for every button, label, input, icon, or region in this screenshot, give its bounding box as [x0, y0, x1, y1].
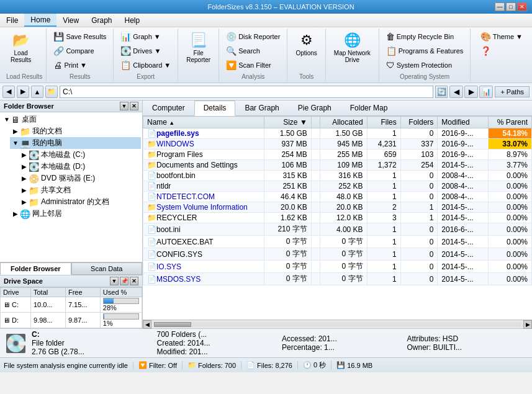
- close-button[interactable]: ✕: [517, 2, 527, 11]
- horizontal-scrollbar[interactable]: ◀ ▶: [143, 320, 532, 328]
- table-row[interactable]: 📄bootfont.bin 315 KB 316 KB 1 0 2008-4-.…: [143, 171, 532, 181]
- forward-button[interactable]: ▶: [17, 86, 29, 98]
- table-row[interactable]: 📄IO.SYS 0 字节 0 字节 1 0 2014-5-... 0.00%: [143, 261, 532, 273]
- table-row[interactable]: 📄NTDETECT.COM 46.4 KB 48.0 KB 1 0 2008-4…: [143, 192, 532, 202]
- table-row[interactable]: 📁Program Files 254 MB 255 MB 659 103 201…: [143, 150, 532, 160]
- nav-icon-2[interactable]: ▶: [464, 86, 478, 98]
- drive-space-close-btn[interactable]: ✕: [130, 277, 138, 285]
- drive-space-float-btn[interactable]: ▼: [110, 277, 119, 285]
- cell-folders: 0: [400, 128, 438, 139]
- tree-item-shared-docs[interactable]: ▶ 📁 共享文档: [19, 184, 141, 196]
- drive-col-used: Used %: [100, 288, 142, 297]
- theme-button[interactable]: 🎨 Theme ▼: [477, 30, 526, 43]
- empty-recycle-bin-button[interactable]: 🗑 Empty Recycle Bin: [383, 30, 467, 43]
- tree-item-drive-e[interactable]: ▶ 📀 DVD 驱动器 (E:): [19, 172, 141, 184]
- minimize-button[interactable]: —: [495, 2, 505, 11]
- cell-folders: 1: [400, 202, 438, 213]
- compare-button[interactable]: 🔗 Compare: [50, 44, 109, 58]
- up-button[interactable]: ▲: [31, 86, 43, 98]
- table-row[interactable]: 📄AUTOEXEC.BAT 0 字节 0 字节 1 0 2014-5-... 0…: [143, 236, 532, 248]
- tree-item-mycomputer[interactable]: ▼ 💻 我的电脑: [10, 137, 141, 149]
- tree-item-admin-docs[interactable]: ▶ 📁 Administrator 的文档: [19, 196, 141, 208]
- tab-computer[interactable]: Computer: [143, 101, 194, 115]
- scroll-thumb[interactable]: [154, 322, 191, 327]
- print-button[interactable]: 🖨 Print ▼: [50, 58, 109, 72]
- scroll-left-button[interactable]: ◀: [143, 320, 151, 329]
- system-protection-button[interactable]: 🛡 System Protection: [383, 58, 467, 72]
- table-row[interactable]: 📁System Volume Information 20.0 KB 20.0 …: [143, 202, 532, 213]
- col-files[interactable]: Files: [367, 117, 400, 128]
- nav-icon-1[interactable]: ◀: [449, 86, 463, 98]
- table-row[interactable]: 📄CONFIG.SYS 0 字节 0 字节 1 0 2014-5-... 0.0…: [143, 248, 532, 261]
- file-reporter-button[interactable]: 📃 FileReporter: [182, 30, 215, 66]
- tab-folder-map[interactable]: Folder Map: [341, 101, 397, 115]
- options-icon: ⚙: [300, 32, 313, 48]
- cell-name: 📄CONFIG.SYS: [143, 248, 264, 261]
- cell-name: 📄IO.SYS: [143, 261, 264, 273]
- folder-icon-btn[interactable]: 📁: [45, 86, 58, 98]
- table-row[interactable]: 📄boot.ini 210 字节 4.00 KB 1 0 2016-6-... …: [143, 223, 532, 236]
- save-results-button[interactable]: 💾 Save Results: [50, 30, 109, 43]
- col-size-sort[interactable]: [311, 117, 320, 128]
- menu-file[interactable]: File: [0, 14, 24, 27]
- address-input[interactable]: [60, 86, 433, 98]
- table-row[interactable]: 📄MSDOS.SYS 0 字节 0 字节 1 0 2014-5-... 0.00…: [143, 273, 532, 285]
- table-row[interactable]: 📁RECYCLER 1.62 KB 12.0 KB 3 1 2014-5-...…: [143, 213, 532, 223]
- tree-item-drive-d[interactable]: ▶ 💽 本地磁盘 (D:): [19, 161, 141, 172]
- col-allocated[interactable]: Allocated: [320, 117, 367, 128]
- col-folders[interactable]: Folders: [400, 117, 438, 128]
- paths-button[interactable]: + Paths: [495, 86, 530, 97]
- col-modified[interactable]: Modified: [438, 117, 488, 128]
- load-results-button[interactable]: 📂 LoadResults: [6, 30, 35, 66]
- tree-item-mydocs[interactable]: ▶ 📁 我的文档: [10, 125, 141, 137]
- tab-details[interactable]: Details: [194, 101, 236, 116]
- drive-row-d[interactable]: 🖥 D: 9.98... 9.87... 1%: [1, 313, 142, 328]
- left-panel: Folder Browser ▼ ✕ ▼ 🖥 桌面 ▶ 📁 我的文档 ▼: [0, 101, 143, 328]
- tree-item-network[interactable]: ▶ 🌐 网上邻居: [10, 208, 141, 220]
- back-button[interactable]: ◀: [2, 86, 15, 98]
- table-row[interactable]: 📄pagefile.sys 1.50 GB 1.50 GB 1 0 2016-9…: [143, 128, 532, 139]
- tab-scan-data[interactable]: Scan Data: [71, 262, 143, 275]
- info-owner: Owner: BUILTI...: [407, 343, 528, 352]
- map-network-button[interactable]: 🌐 Map NetworkDrive: [330, 30, 375, 66]
- drives-button[interactable]: 💽 Drives ▼: [117, 44, 174, 58]
- drive-space-pin-btn[interactable]: 📌: [120, 277, 128, 285]
- options-button[interactable]: ⚙ Options: [291, 30, 321, 59]
- drive-row-c[interactable]: 🖥 C: 10.0... 7.15... 28%: [1, 297, 142, 313]
- tab-folder-browser[interactable]: Folder Browser: [0, 262, 71, 275]
- cell-folders: 0: [400, 248, 438, 261]
- menu-graph[interactable]: Graph: [85, 14, 118, 27]
- programs-features-button[interactable]: 📋 Programs & Features: [383, 44, 467, 58]
- menu-home[interactable]: Home: [24, 14, 56, 27]
- search-button[interactable]: 🔍 Search: [223, 44, 283, 58]
- col-name[interactable]: Name ▲: [143, 117, 264, 128]
- tab-pie-graph[interactable]: Pie Graph: [289, 101, 341, 115]
- menu-view[interactable]: View: [56, 14, 85, 27]
- graph-nav-button[interactable]: 📊: [479, 86, 493, 98]
- right-panel: Computer Details Bar Graph Pie Graph Fol…: [143, 101, 532, 328]
- table-row[interactable]: 📄ntldr 251 KB 252 KB 1 0 2008-4-... 0.00…: [143, 181, 532, 192]
- col-size[interactable]: Size ▼: [264, 117, 311, 128]
- panel-float-button[interactable]: ▼: [120, 102, 128, 110]
- refresh-button[interactable]: 🔄: [435, 86, 448, 98]
- panel-close-button[interactable]: ✕: [130, 102, 138, 110]
- cell-pct: 0.00%: [488, 202, 531, 213]
- scan-filter-button[interactable]: 🔽 Scan Filter: [223, 58, 283, 72]
- cell-modified: 2014-5-...: [438, 273, 488, 285]
- scroll-track[interactable]: [154, 322, 521, 327]
- disk-reporter-button[interactable]: 💿 Disk Reporter: [223, 30, 283, 43]
- graph-export-button[interactable]: 📊 Graph ▼: [117, 30, 174, 43]
- cell-modified: 2014-5-...: [438, 261, 488, 273]
- table-row[interactable]: 📁Documents and Settings 106 MB 109 MB 1,…: [143, 160, 532, 171]
- scroll-right-button[interactable]: ▶: [523, 320, 532, 329]
- menu-help[interactable]: Help: [119, 14, 147, 27]
- tree-item-drive-c[interactable]: ▶ 💽 本地磁盘 (C:): [19, 149, 141, 161]
- help-icon-button[interactable]: ❓: [477, 44, 526, 58]
- col-pct-parent[interactable]: % Parent: [488, 117, 531, 128]
- tree-item-desktop[interactable]: ▼ 🖥 桌面: [1, 114, 141, 125]
- drive-c-progress: [103, 298, 139, 304]
- maximize-button[interactable]: □: [506, 2, 516, 11]
- tab-bar-graph[interactable]: Bar Graph: [235, 101, 288, 115]
- clipboard-button[interactable]: 📋 Clipboard ▼: [117, 58, 174, 72]
- table-row[interactable]: 📁WINDOWS 937 MB 945 MB 4,231 337 2016-9-…: [143, 139, 532, 150]
